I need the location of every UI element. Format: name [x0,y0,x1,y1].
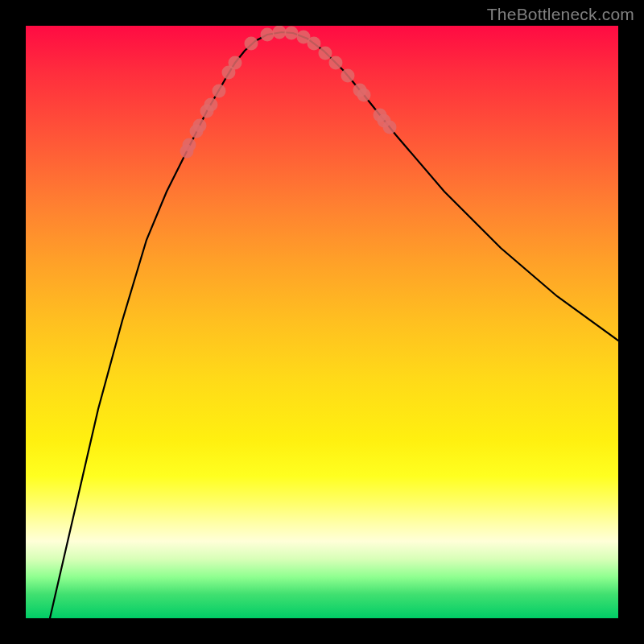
data-marker [319,47,332,60]
data-marker [273,26,287,39]
watermark-text: TheBottleneck.com [487,5,634,24]
curve-svg [26,26,618,618]
data-marker [245,37,258,51]
data-marker [261,28,275,42]
data-marker [285,27,299,40]
bottleneck-curve [50,32,618,618]
data-marker [329,56,343,70]
data-marker [229,56,242,70]
data-marker [213,85,226,98]
data-marker [357,89,371,102]
data-marker [383,121,397,134]
data-marker [308,37,321,51]
chart-container: TheBottleneck.com [0,0,644,644]
plot-area [26,26,618,618]
data-marker [204,98,218,112]
data-markers [180,26,397,159]
data-marker [183,138,196,152]
data-marker [193,119,207,133]
data-marker [341,69,355,83]
